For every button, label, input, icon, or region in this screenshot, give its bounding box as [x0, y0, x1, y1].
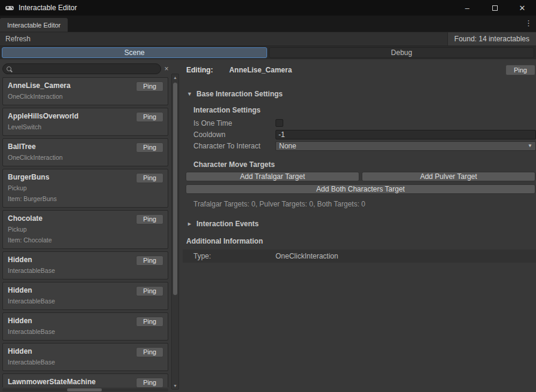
- additional-information-header: Additional Information: [186, 237, 536, 245]
- add-trafalgar-target-button[interactable]: Add Trafalgar Target: [186, 172, 359, 181]
- list-item-subtitles: OneClickInteraction: [8, 153, 136, 162]
- list-item-subtitle: Item: BurgerBuns: [8, 195, 136, 203]
- maximize-icon[interactable]: [481, 0, 508, 16]
- list-item[interactable]: Hidden InteractableBase Ping: [2, 343, 168, 371]
- ping-button[interactable]: Ping: [136, 214, 163, 224]
- list-item-subtitles: OneClickInteraction: [8, 92, 136, 101]
- type-label: Type:: [193, 252, 275, 260]
- vertical-scrollbar[interactable]: ▲ ▼: [171, 74, 179, 390]
- search-row: ×: [2, 63, 171, 74]
- list-item-subtitle: OneClickInteraction: [8, 92, 136, 101]
- editing-target-name: AnneLise_Camera: [229, 66, 292, 74]
- search-icon: [7, 66, 13, 72]
- interactable-list: AnneLise_Camera OneClickInteraction Ping…: [2, 77, 168, 387]
- list-item-name: Hidden: [8, 347, 136, 356]
- list-item-subtitles: PickupItem: Chocolate: [8, 225, 136, 245]
- list-item[interactable]: Hidden InteractableBase Ping: [2, 251, 168, 279]
- window-title: Interactable Editor: [19, 4, 77, 12]
- list-item[interactable]: BallTree OneClickInteraction Ping: [2, 138, 168, 166]
- type-row: Type: OneClickInteraction: [183, 250, 536, 263]
- character-to-interact-row: Character To Interact None ▼: [193, 140, 536, 151]
- list-item-name: Chocolate: [8, 214, 136, 223]
- list-item-name: LawnmowerStateMachine: [8, 377, 136, 387]
- cooldown-label: Cooldown: [193, 130, 275, 139]
- add-both-characters-target-button[interactable]: Add Both Characters Target: [186, 184, 535, 194]
- foldout-open-icon: ▼: [187, 91, 193, 97]
- view-tabs: Scene Debug: [0, 46, 536, 59]
- list-item-main: Hidden InteractableBase: [8, 316, 136, 336]
- horizontal-scrollbar[interactable]: [2, 388, 168, 391]
- scrollbar-thumb[interactable]: [173, 83, 177, 295]
- editing-label: Editing:: [186, 66, 213, 74]
- list-item[interactable]: Hidden InteractableBase Ping: [2, 312, 168, 341]
- gamepad-icon: [5, 3, 14, 13]
- list-item-main: BurgerBuns PickupItem: BurgerBuns: [8, 172, 136, 203]
- add-both-row: Add Both Characters Target: [186, 184, 535, 194]
- scroll-up-icon[interactable]: ▲: [173, 74, 177, 81]
- ping-button[interactable]: Ping: [136, 286, 163, 296]
- dropdown-selected-value: None: [279, 142, 296, 150]
- scrollbar-track[interactable]: [172, 81, 178, 382]
- list-item-subtitles: InteractableBase: [8, 358, 136, 367]
- interaction-events-label: Interaction Events: [196, 220, 259, 228]
- ping-button[interactable]: Ping: [136, 112, 163, 122]
- window-controls: – ✕: [453, 0, 536, 16]
- list-item-main: Chocolate PickupItem: Chocolate: [8, 214, 136, 245]
- list-item-subtitles: PickupItem: BurgerBuns: [8, 184, 136, 203]
- menu-icon[interactable]: ⋮: [525, 19, 532, 27]
- tab-interactable-editor[interactable]: Interactable Editor: [0, 18, 68, 32]
- list-item-subtitles: InteractableBase: [8, 327, 136, 336]
- list-item-name: Hidden: [8, 255, 136, 265]
- toolbar: Refresh Found: 14 interactables: [0, 32, 536, 46]
- clear-search-icon[interactable]: ×: [162, 65, 171, 73]
- base-interaction-settings-label: Base Interaction Settings: [196, 90, 283, 98]
- cooldown-row: Cooldown: [193, 129, 536, 140]
- list-item-main: LawnmowerStateMachine OneClickInteractio…: [8, 377, 136, 387]
- is-one-time-checkbox[interactable]: [275, 119, 283, 127]
- list-item-subtitle: Item: Chocolate: [8, 236, 136, 245]
- move-target-buttons: Add Trafalgar Target Add Pulver Target: [186, 172, 535, 181]
- list-item-subtitle: LevelSwitch: [8, 123, 136, 132]
- found-count-label: Found: 14 interactables: [447, 32, 536, 45]
- ping-button[interactable]: Ping: [136, 317, 163, 327]
- list-item[interactable]: AppleHillsOverworld LevelSwitch Ping: [2, 108, 168, 136]
- cooldown-field[interactable]: [275, 130, 536, 139]
- list-item[interactable]: LawnmowerStateMachine OneClickInteractio…: [2, 373, 168, 387]
- scroll-down-icon[interactable]: ▼: [173, 382, 177, 389]
- interactable-editor-window: Interactable Editor – ✕ Interactable Edi…: [0, 0, 536, 392]
- list-item-name: Hidden: [8, 285, 136, 295]
- list-item-subtitle: Pickup: [8, 225, 136, 234]
- base-interaction-settings-foldout[interactable]: ▼ Base Interaction Settings: [183, 90, 536, 98]
- ping-button[interactable]: Ping: [136, 347, 163, 357]
- is-one-time-label: Is One Time: [193, 119, 275, 127]
- scene-list-panel: × AnneLise_Camera OneClickInteraction Pi…: [0, 59, 171, 392]
- ping-button[interactable]: Ping: [136, 378, 163, 387]
- tab-debug[interactable]: Debug: [269, 47, 534, 58]
- ping-button[interactable]: Ping: [136, 173, 163, 183]
- list-item-name: AppleHillsOverworld: [8, 111, 136, 121]
- list-item[interactable]: AnneLise_Camera OneClickInteraction Ping: [2, 77, 168, 105]
- type-value: OneClickInteraction: [275, 252, 338, 260]
- list-item[interactable]: BurgerBuns PickupItem: BurgerBuns Ping: [2, 169, 168, 208]
- targets-summary: Trafalgar Targets: 0, Pulver Targets: 0,…: [193, 200, 536, 208]
- list-item[interactable]: Chocolate PickupItem: Chocolate Ping: [2, 210, 168, 249]
- minimize-icon[interactable]: –: [453, 0, 481, 16]
- list-item-main: Hidden InteractableBase: [8, 347, 136, 367]
- search-box[interactable]: [2, 63, 161, 74]
- inspector-ping-button[interactable]: Ping: [505, 65, 535, 75]
- horizontal-scrollbar-thumb[interactable]: [67, 388, 102, 391]
- add-pulver-target-button[interactable]: Add Pulver Target: [362, 172, 535, 181]
- close-icon[interactable]: ✕: [508, 0, 536, 16]
- character-to-interact-dropdown[interactable]: None ▼: [275, 141, 536, 151]
- list-item-subtitle: InteractableBase: [8, 327, 136, 336]
- ping-button[interactable]: Ping: [136, 256, 163, 266]
- search-input[interactable]: [15, 65, 161, 73]
- ping-button[interactable]: Ping: [136, 81, 163, 92]
- list-item-subtitle: InteractableBase: [8, 266, 136, 275]
- ping-button[interactable]: Ping: [136, 142, 163, 153]
- interaction-events-foldout[interactable]: ► Interaction Events: [183, 220, 536, 228]
- tab-scene[interactable]: Scene: [2, 47, 267, 58]
- inspector-panel: Editing: AnneLise_Camera Ping ▼ Base Int…: [183, 59, 536, 392]
- refresh-button[interactable]: Refresh: [5, 35, 31, 43]
- list-item[interactable]: Hidden InteractableBase Ping: [2, 282, 168, 310]
